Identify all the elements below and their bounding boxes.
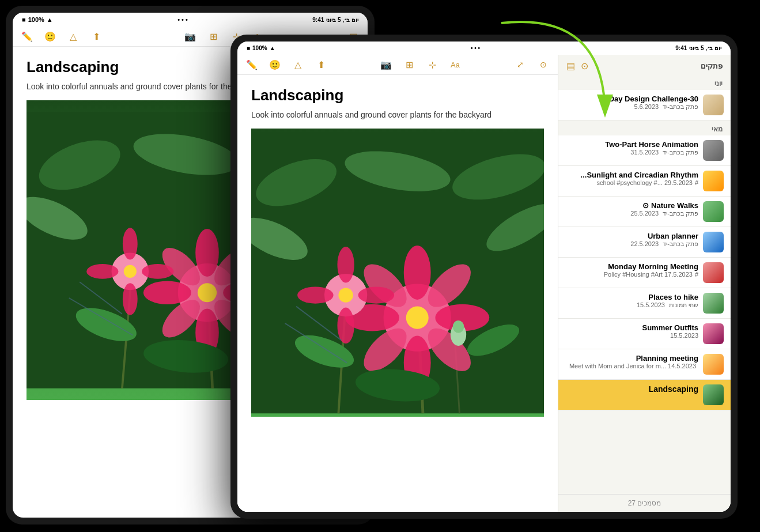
note-item-text-1: Two-Part Horse Animation פתק בכתב-יד 31.… — [565, 140, 698, 156]
note-item-thumb-2 — [703, 171, 724, 191]
note-item-text-4: Urban planner פתק בכתב-יד 22.5.2023 — [565, 232, 698, 248]
note-item-subtitle-1: פתק בכתב-יד 31.5.2023 — [565, 149, 698, 156]
svg-point-23 — [86, 264, 118, 279]
share-icon[interactable]: ⬆ — [90, 30, 103, 43]
camera-icon-back[interactable]: 📷 — [184, 30, 196, 43]
note-item-subtitle-5: #Policy #Housing #Art 17.5.2023 — [565, 271, 698, 278]
note-item-5[interactable]: Monday Morning Meeting #Policy #Housing … — [558, 258, 731, 288]
note-item-title-6: Places to hike — [565, 293, 698, 301]
sidebar-toggle-icon[interactable]: ▤ — [566, 61, 575, 71]
wifi-icon: ▲ — [47, 16, 53, 23]
note-item-9[interactable]: Landscaping — [558, 380, 731, 410]
highlight-icon-front[interactable]: △ — [292, 58, 304, 71]
note-item-thumb-1 — [703, 140, 724, 161]
note-item-subtitle-2: #school #psychology #... 29.5.2023 — [565, 179, 698, 186]
section-header-june: יוני — [558, 75, 731, 90]
note-item-thumb-5 — [703, 262, 724, 283]
flower-image-front — [251, 129, 544, 417]
sidebar-circle-icon[interactable]: ⊙ — [581, 61, 588, 71]
table-icon-back[interactable]: ⊞ — [207, 30, 220, 43]
note-item-4[interactable]: Urban planner פתק בכתב-יד 22.5.2023 — [558, 227, 731, 258]
note-item-title-5: Monday Morning Meeting — [565, 262, 698, 271]
note-item-7[interactable]: Summer Outfits 15.5.2023 — [558, 319, 731, 349]
svg-point-44 — [404, 246, 431, 300]
emoji-icon[interactable]: 🙂 — [44, 30, 56, 43]
sidebar-front: ▤ ⊙ פתקים יוני 30-Day Design Challenge פ… — [558, 55, 731, 512]
svg-point-10 — [198, 283, 217, 302]
note-item-title-8: Planning meeting — [565, 354, 698, 363]
svg-point-20 — [124, 265, 137, 278]
note-item-title-4: Urban planner — [565, 232, 698, 240]
camera-icon-front[interactable]: 📷 — [380, 58, 392, 71]
svg-point-55 — [337, 308, 354, 344]
status-left-front: ■ 100% ▲ — [247, 45, 275, 51]
status-right-front: יום ב׳, 5 ביוני 9:41 — [675, 45, 721, 51]
note-item-title-1: Two-Part Horse Animation — [565, 140, 698, 149]
note-item-subtitle-7: 15.5.2023 — [565, 332, 698, 339]
share-icon-front[interactable]: ⬆ — [315, 58, 327, 71]
compose-icon-front[interactable]: ✏️ — [245, 58, 258, 71]
battery-icon-front: ■ — [247, 45, 250, 51]
status-left: ■ 100% ▲ — [22, 16, 53, 23]
svg-point-11 — [195, 229, 219, 277]
table-icon-front[interactable]: ⊞ — [403, 58, 415, 71]
note-item-3[interactable]: Nature Walks ⊙ פתק בכתב-יד 25.5.2023 — [558, 197, 731, 227]
status-bar-front: ■ 100% ▲ • • • יום ב׳, 5 ביוני 9:41 — [237, 41, 731, 55]
note-item-subtitle-6: שתי תמונות 15.5.2023 — [565, 301, 698, 309]
battery-percent-front: 100% — [252, 45, 267, 51]
note-item-6[interactable]: Places to hike שתי תמונות 15.5.2023 — [558, 288, 731, 319]
wifi-icon-front: ▲ — [270, 45, 275, 51]
note-item-subtitle-0: פתק בכתב-יד 5.6.2023 — [565, 103, 698, 111]
emoji-icon-front[interactable]: 🙂 — [269, 58, 281, 71]
compose-icon[interactable]: ✏️ — [21, 30, 33, 43]
note-content-front: Landscaping Look into colorful annuals a… — [237, 75, 558, 512]
note-item-title-0: 30-Day Design Challenge — [565, 95, 698, 103]
note-item-thumb-3 — [703, 201, 724, 222]
text-format-icon-front[interactable]: Aa — [449, 58, 462, 71]
highlight-icon[interactable]: △ — [67, 30, 80, 43]
note-item-text-2: Sunlight and Circadian Rhythm... #school… — [565, 171, 698, 186]
note-item-0[interactable]: 30-Day Design Challenge פתק בכתב-יד 5.6.… — [558, 90, 731, 120]
note-item-title-3: Nature Walks ⊙ — [565, 201, 698, 210]
sidebar-title: פתקים — [701, 62, 723, 70]
note-item-2[interactable]: Sunlight and Circadian Rhythm... #school… — [558, 166, 731, 197]
sidebar-header: ▤ ⊙ פתקים — [558, 55, 731, 75]
note-item-text-7: Summer Outfits 15.5.2023 — [565, 323, 698, 339]
svg-point-13 — [143, 281, 191, 304]
note-item-text-3: Nature Walks ⊙ פתק בכתב-יד 25.5.2023 — [565, 201, 698, 217]
note-item-text-8: Planning meeting Meet with Mom and Jenic… — [565, 354, 698, 369]
svg-point-56 — [297, 286, 334, 303]
note-item-8[interactable]: Planning meeting Meet with Mom and Jenic… — [558, 349, 731, 380]
time-back: 9:41 — [312, 17, 324, 23]
status-dots: • • • — [177, 16, 188, 23]
svg-point-54 — [337, 247, 354, 283]
note-item-thumb-7 — [703, 323, 724, 344]
note-item-text-5: Monday Morning Meeting #Policy #Housing … — [565, 262, 698, 278]
svg-point-24 — [142, 264, 173, 279]
note-item-subtitle-3: פתק בכתב-יד 25.5.2023 — [565, 210, 698, 217]
note-item-1[interactable]: Two-Part Horse Animation פתק בכתב-יד 31.… — [558, 135, 731, 166]
note-item-thumb-4 — [703, 232, 724, 252]
note-item-title-9: Landscaping — [565, 384, 698, 394]
status-right: יום ב׳, 5 ביוני 9:41 — [312, 17, 358, 23]
note-item-thumb-8 — [703, 354, 724, 375]
note-item-thumb-9 — [703, 384, 724, 405]
more-tools-icon-front[interactable]: ⊹ — [426, 58, 438, 71]
section-header-may: מאי — [558, 120, 731, 135]
note-item-subtitle-4: פתק בכתב-יד 22.5.2023 — [565, 240, 698, 248]
battery-percent: 100% — [28, 16, 44, 23]
svg-point-57 — [358, 286, 395, 303]
status-dots-front: • • • — [471, 45, 480, 51]
note-item-title-7: Summer Outfits — [565, 323, 698, 332]
note-item-thumb-0 — [703, 95, 724, 115]
ipad-front-screen: ■ 100% ▲ • • • יום ב׳, 5 ביוני 9:41 ✏️ 🙂… — [237, 41, 731, 512]
date-back: יום ב׳, 5 ביוני — [326, 17, 358, 23]
circle-more-icon-front[interactable]: ⊙ — [537, 58, 550, 71]
sidebar-footer: 27 מסמכים — [558, 494, 731, 512]
note-subtitle-front: Look into colorful annuals and ground co… — [251, 110, 544, 119]
svg-point-21 — [123, 228, 138, 259]
note-item-text-0: 30-Day Design Challenge פתק בכתב-יד 5.6.… — [565, 95, 698, 111]
expand-icon-front[interactable]: ⤢ — [514, 58, 527, 71]
toolbar-front: ✏️ 🙂 △ ⬆ 📷 ⊞ ⊹ Aa ⤢ ⊙ — [237, 55, 558, 75]
svg-point-22 — [123, 283, 138, 315]
